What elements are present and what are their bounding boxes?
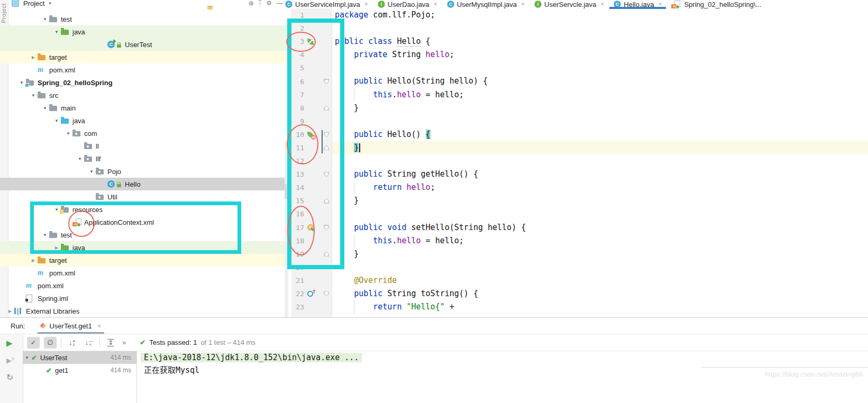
run-tab[interactable]: UserTest.get1 ×	[38, 318, 104, 334]
expand-all-button[interactable]: ⇕	[107, 339, 114, 346]
tab-spring-02-hellospring-[interactable]: <Spring_02_helloSpring\...	[666, 0, 766, 8]
tree-item-main[interactable]: ▼main	[4, 102, 288, 114]
code-line[interactable]	[335, 22, 868, 35]
close-icon[interactable]: ×	[97, 322, 102, 330]
code-line[interactable]: }	[335, 141, 868, 154]
tree-item-target[interactable]: ▶target	[4, 254, 288, 267]
tab-hello-java[interactable]: CHello.java×	[609, 0, 666, 8]
tree-item-src[interactable]: ▼src	[4, 89, 288, 102]
gutter-ovr-icon[interactable]	[307, 291, 317, 297]
show-passed-button[interactable]: ✓	[27, 337, 40, 349]
toggle-auto-test-icon[interactable]: ↻	[6, 372, 13, 382]
tree-arrow-icon[interactable]: ▶	[6, 309, 14, 314]
tree-arrow-icon[interactable]: ▼	[41, 106, 49, 111]
tree-arrow-icon[interactable]: ▼	[29, 93, 38, 98]
code-line[interactable]: return "Hello{" +	[335, 300, 868, 314]
tree-item-label: pom.xml	[49, 66, 75, 74]
tab-userservcle-java[interactable]: IUserServcle.java×	[529, 0, 609, 8]
chevron-down-icon[interactable]: ▼	[48, 1, 52, 6]
status-passed-text: Tests passed: 1	[149, 338, 197, 346]
gear-icon[interactable]: ⚙	[266, 0, 272, 7]
fold-marker-icon[interactable]	[324, 291, 329, 297]
tree-item-test[interactable]: ▼test	[4, 13, 288, 25]
tree-item-java[interactable]: ▼java	[4, 114, 288, 127]
collapse-all-icon[interactable]: ↑	[259, 1, 262, 6]
tab-userdao-java[interactable]: IUserDao.java×	[373, 0, 442, 8]
code-line[interactable]	[335, 154, 868, 168]
tree-arrow-icon[interactable]: ▼	[41, 17, 49, 22]
test-row-get1[interactable]: ✔get1414 ms	[23, 364, 136, 377]
code-line[interactable]: package com.llf.Pojo;	[335, 8, 868, 22]
tree-item-pom-xml[interactable]: mpom.xml	[4, 267, 288, 279]
close-icon[interactable]: ×	[364, 1, 368, 8]
tree-arrow-icon[interactable]: ▶	[29, 55, 38, 60]
code-line[interactable]: public class Hello {	[335, 35, 868, 48]
show-ignored-button[interactable]: ∅	[44, 337, 57, 349]
code-line[interactable]: }	[335, 248, 868, 261]
tree-item-spring-02-hellospring[interactable]: ▼Spring_02_helloSpring	[4, 76, 288, 89]
tree-item-external-libraries[interactable]: ▶External Libraries	[4, 305, 288, 317]
code-line[interactable]	[335, 261, 868, 274]
tree-item-com[interactable]: ▼com	[4, 127, 288, 140]
code-line[interactable]: }	[335, 102, 868, 115]
partial-row-marker	[207, 6, 213, 10]
tree-item-pojo[interactable]: ▼Pojo	[4, 165, 288, 178]
tree-item-java[interactable]: ▼java	[4, 25, 288, 38]
sort-by-duration-button[interactable]: ↓—≡	[83, 337, 95, 349]
code-line[interactable]: private String hello;	[335, 48, 868, 61]
tab-userserviceimpl-java[interactable]: CUserServiceImpl.java×	[280, 0, 373, 8]
tree-arrow-icon[interactable]: ▼	[52, 118, 61, 123]
code-line[interactable]: public void setHello(String hello) {	[335, 221, 868, 234]
rerun-button[interactable]: ▶	[6, 338, 13, 348]
tree-item-pom-xml[interactable]: mpom.xml	[4, 279, 288, 292]
close-icon[interactable]: ×	[600, 1, 604, 8]
close-icon[interactable]: ×	[434, 1, 437, 8]
tree-arrow-icon[interactable]: ▼	[64, 131, 72, 136]
tree-item-ll[interactable]: ll	[4, 140, 288, 152]
code-line[interactable]: this.hello = hello;	[335, 234, 868, 248]
close-icon[interactable]: ×	[658, 1, 662, 8]
code-line[interactable]: public Hello(String hello) {	[335, 75, 868, 88]
test-row-usertest[interactable]: ▼✔UserTest414 ms	[23, 351, 136, 364]
code-line[interactable]: return hello;	[335, 181, 868, 194]
tree-arrow-icon[interactable]: ▼	[87, 169, 96, 174]
code-line[interactable]: public String getHello() {	[335, 168, 868, 181]
code-line[interactable]	[335, 61, 868, 75]
tree-arrow-icon[interactable]: ▼	[23, 355, 31, 360]
lock-icon	[117, 184, 121, 187]
maven-icon: m	[38, 66, 48, 74]
tree-arrow-icon[interactable]: ▼	[76, 157, 84, 161]
code-line[interactable]: @Override	[335, 274, 868, 287]
code-line[interactable]	[335, 207, 868, 221]
code-line[interactable]: this.hello = hello;	[335, 88, 868, 102]
code-line[interactable]: public Hello() {	[335, 128, 868, 141]
tree-item-pom-xml[interactable]: mpom.xml	[4, 63, 288, 76]
project-panel-title[interactable]: Project	[23, 0, 44, 7]
tree-item-llf[interactable]: ▼llf	[4, 152, 288, 165]
line-number: 22	[291, 290, 304, 298]
annotation-circle-property	[287, 206, 315, 255]
close-icon[interactable]: ×	[521, 1, 525, 8]
tree-item-label: Hello	[125, 180, 141, 188]
run-panel: Run: UserTest.get1 × ▶ ▶9 ↻ ✓ ∅ ↓az ↓—≡ …	[0, 317, 868, 403]
tree-arrow-icon[interactable]: ▼	[52, 30, 61, 34]
run-tab-row: Run: UserTest.get1 ×	[0, 318, 868, 334]
tree-item-target[interactable]: ▶target	[4, 51, 288, 63]
tab-label: Spring_02_helloSpring\...	[684, 1, 761, 8]
more-actions-icon[interactable]: »	[122, 338, 126, 346]
sort-alphabetically-button[interactable]: ↓az	[66, 337, 78, 349]
test-name: get1	[55, 367, 68, 374]
code-line[interactable]: public String toString() {	[335, 287, 868, 300]
code-editor[interactable]: package com.llf.Pojo;public class Hello …	[335, 8, 868, 317]
tree-item-spring-iml[interactable]: Spring.iml	[4, 292, 288, 305]
tree-item-label: Pojo	[107, 168, 121, 176]
locate-file-icon[interactable]: ⊕	[249, 0, 254, 7]
tree-item-usertest[interactable]: CUserTest	[4, 38, 288, 51]
rerun-failed-tests-button[interactable]: ▶9	[6, 356, 14, 364]
gutter-line: 23	[291, 300, 332, 314]
tab-usermysqlimpl-java[interactable]: CUserMysqlImpl.java×	[442, 0, 529, 8]
code-line[interactable]: }	[335, 194, 868, 207]
code-line[interactable]	[335, 115, 868, 128]
tree-arrow-icon[interactable]: ▶	[29, 258, 38, 263]
tree-item-hello[interactable]: CHello	[4, 178, 288, 190]
